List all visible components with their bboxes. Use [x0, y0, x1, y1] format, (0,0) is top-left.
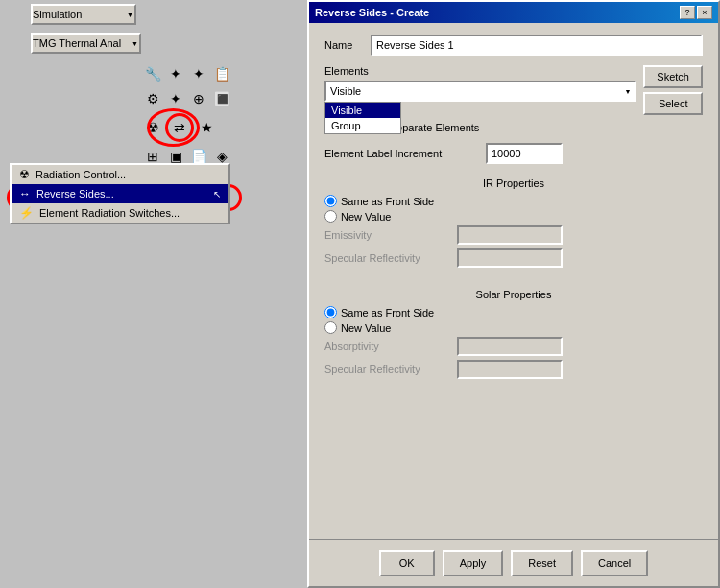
context-menu: ☢ Radiation Control... ↔ Reverse Sides..…	[10, 163, 230, 224]
toolbar-icon-4[interactable]: 📋	[211, 63, 232, 84]
solar-absorptivity-input[interactable]	[457, 337, 563, 356]
increment-row: Element Label Increment	[324, 143, 703, 164]
solar-new-radio[interactable]	[324, 321, 337, 334]
reset-button[interactable]: Reset	[511, 550, 573, 576]
elements-left: Elements Visible Visible Group	[324, 65, 636, 102]
left-panel: Simulation TMG Thermal Anal 🔧 ✦ ✦ 📋 ⚙ ✦ …	[0, 0, 307, 588]
visibility-list: Visible Group	[324, 102, 401, 134]
solar-same-label: Same as Front Side	[341, 307, 434, 318]
tmg-select-wrapper[interactable]: TMG Thermal Anal	[31, 33, 141, 54]
apply-button[interactable]: Apply	[443, 550, 504, 576]
toolbar-icon-8[interactable]: 🔳	[211, 88, 232, 109]
visibility-selected: Visible	[330, 85, 361, 97]
menu-item-reverse-sides[interactable]: ↔ Reverse Sides... ↖	[12, 184, 228, 203]
increment-input[interactable]	[486, 143, 563, 164]
name-input[interactable]	[371, 35, 703, 56]
toolbar-icon-1[interactable]: 🔧	[142, 63, 163, 84]
dialog-title: Reverse Sides - Create	[315, 7, 429, 18]
solar-new-value-row: New Value	[324, 321, 703, 334]
reverse-sides-dialog: Reverse Sides - Create ? × Name Elements…	[307, 0, 720, 588]
help-button[interactable]: ?	[680, 6, 695, 19]
element-radiation-icon: ⚡	[19, 206, 34, 220]
ir-new-radio[interactable]	[324, 210, 337, 223]
visibility-dropdown[interactable]: Visible Visible Group	[324, 81, 636, 102]
elements-right: Sketch Select	[643, 65, 703, 115]
name-label: Name	[324, 39, 363, 51]
ir-specular-row: Specular Reflectivity	[324, 248, 703, 268]
dropdown-item-visible[interactable]: Visible	[325, 103, 400, 118]
toolbar-icon-highlighted[interactable]: ⇄	[165, 113, 194, 142]
ir-same-label: Same as Front Side	[341, 196, 434, 207]
ir-new-value-row: New Value	[324, 210, 703, 223]
simulation-select[interactable]: Simulation	[31, 4, 136, 25]
titlebar-buttons: ? ×	[680, 6, 712, 19]
ir-new-label: New Value	[341, 211, 391, 223]
dialog-titlebar: Reverse Sides - Create ? ×	[309, 2, 718, 23]
close-button[interactable]: ×	[697, 6, 712, 19]
menu-item-radiation-control[interactable]: ☢ Radiation Control...	[12, 165, 228, 184]
ir-specular-input[interactable]	[457, 248, 563, 268]
ir-same-radio[interactable]	[324, 195, 337, 207]
solar-specular-input[interactable]	[457, 360, 563, 379]
dialog-buttons: OK Apply Reset Cancel	[309, 539, 718, 586]
visibility-trigger[interactable]: Visible	[324, 81, 636, 102]
icon-toolbar-1: 🔧 ✦ ✦ 📋	[134, 61, 307, 86]
dropdown-item-group[interactable]: Group	[325, 118, 400, 133]
solar-same-radio[interactable]	[324, 306, 337, 318]
ir-same-as-front-row: Same as Front Side	[324, 195, 703, 207]
menu-item-element-radiation[interactable]: ⚡ Element Radiation Switches...	[12, 203, 228, 223]
reverse-sides-icon: ↔	[19, 187, 31, 200]
ir-emissivity-row: Emissivity	[324, 225, 703, 245]
cursor-indicator: ↖	[213, 189, 221, 200]
elements-section: Elements Visible Visible Group Sketch	[324, 65, 703, 133]
solar-absorptivity-row: Absorptivity	[324, 337, 703, 356]
simulation-select-wrapper[interactable]: Simulation	[31, 4, 136, 25]
toolbar-icon-3[interactable]: ✦	[188, 63, 209, 84]
icon-toolbar-3: ☢ ⇄ ★	[134, 111, 307, 144]
solar-specular-row: Specular Reflectivity	[324, 360, 703, 379]
ir-title: IR Properties	[324, 177, 703, 189]
cancel-button[interactable]: Cancel	[581, 550, 648, 576]
toolbar-icon-9[interactable]: ☢	[142, 117, 163, 138]
solar-properties-section: Solar Properties Same as Front Side New …	[324, 289, 703, 383]
elements-label: Elements	[324, 65, 636, 77]
tmg-toolbar-row: TMG Thermal Anal	[0, 29, 307, 58]
toolbar-icon-5[interactable]: ⚙	[142, 88, 163, 109]
toolbar-icon-6[interactable]: ✦	[165, 88, 186, 109]
select-button[interactable]: Select	[643, 92, 703, 115]
ir-properties-section: IR Properties Same as Front Side New Val…	[324, 177, 703, 271]
solar-same-as-front-row: Same as Front Side	[324, 306, 703, 318]
solar-absorptivity-label: Absorptivity	[324, 341, 449, 352]
icon-toolbar-2: ⚙ ✦ ⊕ 🔳	[134, 86, 307, 111]
elements-row: Elements Visible Visible Group Sketch	[324, 65, 703, 115]
ok-button[interactable]: OK	[379, 550, 435, 576]
sketch-button[interactable]: Sketch	[643, 65, 703, 88]
toolbar-icon-7[interactable]: ⊕	[188, 88, 209, 109]
solar-new-label: New Value	[341, 322, 391, 334]
increment-label: Element Label Increment	[324, 148, 478, 159]
toolbar-icon-11[interactable]: ★	[196, 117, 217, 138]
solar-title: Solar Properties	[324, 289, 703, 300]
ir-specular-label: Specular Reflectivity	[324, 252, 449, 264]
name-row: Name	[324, 35, 703, 56]
simulation-toolbar-row: Simulation	[0, 0, 307, 29]
ir-emissivity-label: Emissivity	[324, 229, 449, 241]
tmg-select[interactable]: TMG Thermal Anal	[31, 33, 141, 54]
ir-emissivity-input[interactable]	[457, 225, 563, 245]
solar-specular-label: Specular Reflectivity	[324, 364, 449, 375]
radiation-control-icon: ☢	[19, 168, 30, 181]
dialog-content: Name Elements Visible Visible Group	[309, 23, 718, 539]
toolbar-icon-2[interactable]: ✦	[165, 63, 186, 84]
